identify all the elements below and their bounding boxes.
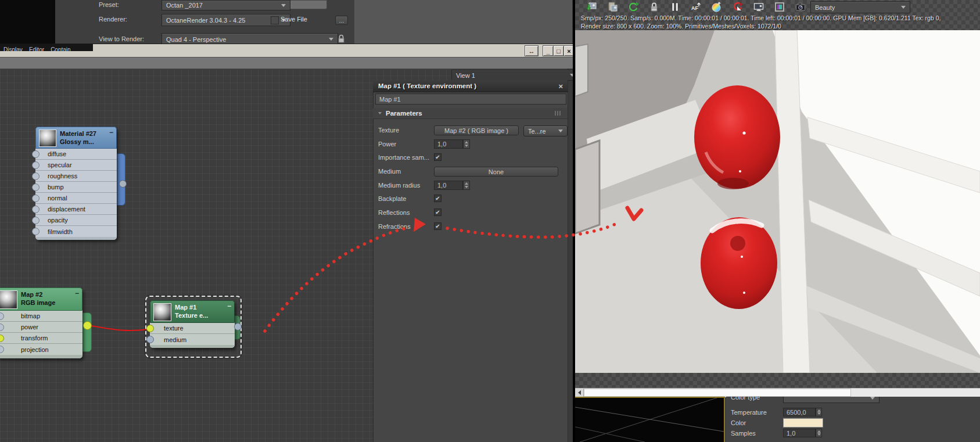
- material-node-output-tab[interactable]: [117, 153, 125, 206]
- map2-node-header[interactable]: Map #2 RGB image −: [0, 288, 82, 311]
- slot-normal[interactable]: normal: [35, 193, 117, 204]
- parameters-rollout[interactable]: Parameters: [373, 108, 568, 119]
- spinner-up-icon[interactable]: [465, 141, 468, 143]
- slot-specular[interactable]: specular: [35, 160, 117, 171]
- color-swatch[interactable]: [783, 418, 823, 427]
- material-pin-bump[interactable]: [32, 184, 40, 191]
- params-name-field[interactable]: Map #1: [375, 94, 566, 105]
- view-tab[interactable]: View 1: [451, 70, 579, 81]
- slot-roughness[interactable]: roughness: [35, 171, 117, 182]
- copy-to-clipboard-icon[interactable]: [606, 1, 618, 13]
- map2-node[interactable]: Map #2 RGB image − bitmap power transfor…: [0, 288, 82, 358]
- importance-checkbox[interactable]: ✔: [434, 153, 441, 161]
- resize-window-button[interactable]: ↔: [525, 45, 539, 56]
- film-region-icon[interactable]: [774, 1, 785, 13]
- close-panel-icon[interactable]: ×: [558, 82, 563, 91]
- slot-bump[interactable]: bump: [35, 182, 117, 193]
- scroll-left-button[interactable]: [575, 389, 584, 397]
- material-pin-displacement[interactable]: [32, 206, 40, 213]
- slot-texture[interactable]: texture: [150, 323, 235, 334]
- color-type-dropdown[interactable]: [783, 397, 880, 403]
- medium-radius-spinner[interactable]: 1,0: [434, 181, 463, 190]
- autofocus-icon[interactable]: AF: [690, 1, 702, 13]
- menu-fragment-text: Display Editor Contain: [3, 46, 71, 51]
- power-spinner-arrows[interactable]: [463, 139, 470, 149]
- restart-render-icon[interactable]: [627, 1, 639, 13]
- spinner-up-icon[interactable]: [465, 182, 468, 185]
- material-pin-diffuse[interactable]: [32, 150, 40, 158]
- map1-node-header[interactable]: Map #1 Texture e... −: [150, 300, 235, 323]
- spinner-up-icon[interactable]: [817, 409, 821, 412]
- material-pin-specular[interactable]: [32, 161, 40, 169]
- collapse-node-icon[interactable]: −: [227, 303, 231, 309]
- slot-displacement[interactable]: displacement: [35, 204, 117, 215]
- spinner-down-icon[interactable]: [465, 186, 468, 188]
- viewport-lock-button[interactable]: [336, 34, 346, 44]
- rollout-arrow-icon: [378, 112, 382, 114]
- render-image[interactable]: [575, 30, 980, 373]
- map2-node-output-tab[interactable]: [82, 312, 92, 352]
- chevron-down-icon: [281, 4, 286, 7]
- material-pin-filmwidth[interactable]: [32, 228, 40, 235]
- material-node[interactable]: Material #27 Glossy m... − diffuse specu…: [35, 127, 117, 240]
- medium-radius-spinner-arrows[interactable]: [463, 181, 470, 190]
- slot-transform[interactable]: transform: [0, 333, 82, 344]
- map1-output-pin[interactable]: [234, 323, 242, 330]
- params-title-bar[interactable]: Map #1 ( Texture environment ) ×: [373, 80, 568, 92]
- temperature-row: Temperature: [731, 408, 767, 417]
- texture-map-button[interactable]: Map #2 ( RGB image ): [434, 125, 519, 135]
- scroll-thumb[interactable]: [584, 389, 851, 397]
- material-pin-roughness[interactable]: [32, 173, 40, 180]
- render-region-icon[interactable]: [732, 1, 744, 13]
- map1-pin-medium[interactable]: [146, 336, 154, 343]
- slot-power[interactable]: power: [0, 322, 82, 333]
- slot-bitmap[interactable]: bitmap: [0, 311, 82, 322]
- material-node-header[interactable]: Material #27 Glossy m... −: [35, 127, 117, 149]
- refractions-checkbox[interactable]: ✔: [434, 222, 441, 230]
- material-pin-opacity[interactable]: [32, 217, 40, 224]
- material-pin-normal[interactable]: [32, 195, 40, 202]
- samples-spinner[interactable]: 1,0: [783, 429, 816, 437]
- render-hscrollbar[interactable]: [575, 388, 980, 397]
- collapse-node-icon[interactable]: −: [75, 290, 79, 296]
- camera-icon[interactable]: [795, 1, 806, 13]
- render-sphere-top: [694, 85, 780, 189]
- spinner-down-icon[interactable]: [817, 433, 821, 436]
- map2-output-pin[interactable]: [83, 321, 92, 330]
- wireframe-viewport[interactable]: [575, 397, 725, 442]
- slot-diffuse[interactable]: diffuse: [35, 149, 117, 160]
- reflections-checkbox[interactable]: ✔: [434, 209, 441, 216]
- slot-opacity[interactable]: opacity: [35, 215, 117, 226]
- texture-type-combo[interactable]: Te...re: [523, 125, 568, 136]
- pause-icon[interactable]: [669, 1, 681, 13]
- more-button[interactable]: ...: [335, 16, 348, 25]
- spinner-down-icon[interactable]: [465, 145, 468, 147]
- collapse-node-icon[interactable]: −: [109, 130, 113, 135]
- white-balance-icon[interactable]: [711, 1, 723, 13]
- temperature-spinner[interactable]: 6500,0: [783, 408, 816, 416]
- spinner-down-icon[interactable]: [817, 412, 821, 415]
- fullscreen-icon[interactable]: [753, 1, 764, 13]
- reflections-row: Reflections: [378, 208, 410, 217]
- spinner-up-icon[interactable]: [817, 430, 821, 433]
- minimize-button[interactable]: _: [543, 45, 554, 56]
- map1-node[interactable]: Map #1 Texture e... − texture medium: [150, 300, 235, 348]
- sphere-top-specular: [742, 131, 745, 134]
- maximize-button[interactable]: □: [553, 45, 564, 56]
- map1-pin-texture[interactable]: [146, 325, 154, 332]
- slot-filmwidth[interactable]: filmwidth: [35, 226, 117, 237]
- save-file-checkbox[interactable]: [271, 16, 279, 24]
- lock-icon[interactable]: [648, 1, 660, 13]
- slot-projection[interactable]: projection: [0, 344, 82, 355]
- power-spinner[interactable]: 1,0: [434, 139, 463, 149]
- samples-spinner-arrows[interactable]: [816, 429, 822, 437]
- backplate-checkbox[interactable]: ✔: [434, 195, 441, 202]
- temperature-spinner-arrows[interactable]: [816, 408, 822, 416]
- preset-dropdown[interactable]: Octan _2017: [161, 0, 290, 10]
- slot-medium[interactable]: medium: [150, 334, 235, 345]
- rollout-grip-icon[interactable]: [555, 111, 562, 116]
- material-output-pin[interactable]: [119, 180, 127, 188]
- render-pass-dropdown[interactable]: Beauty: [810, 1, 910, 13]
- save-render-icon[interactable]: [586, 1, 597, 13]
- medium-button[interactable]: None: [434, 167, 558, 177]
